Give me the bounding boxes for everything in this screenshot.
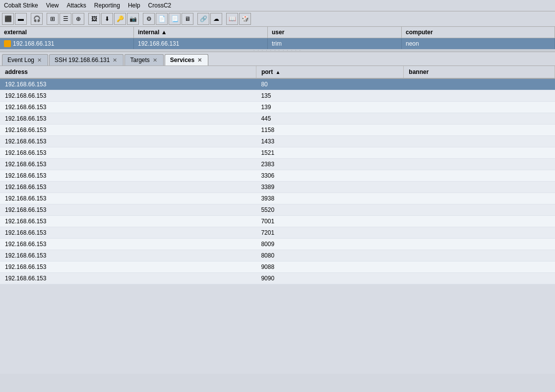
table-row[interactable]: 192.168.66.1535520: [0, 204, 555, 216]
cell-banner: [404, 227, 555, 239]
key-button[interactable]: 🔑: [114, 13, 126, 25]
table-row[interactable]: 192.168.66.153135: [0, 90, 555, 102]
tab-services-close[interactable]: ✕: [196, 57, 203, 64]
cell-banner: [404, 204, 555, 216]
cell-address: 192.168.66.153: [0, 182, 256, 193]
cell-port: 1158: [256, 125, 403, 136]
table-row[interactable]: 192.168.66.153445: [0, 113, 555, 125]
tab-services[interactable]: Services ✕: [165, 54, 208, 65]
cell-address: 192.168.66.153: [0, 216, 256, 227]
cell-address: 192.168.66.153: [0, 170, 256, 182]
gear-button[interactable]: ⚙: [143, 13, 155, 25]
tab-event-log-close[interactable]: ✕: [36, 57, 43, 64]
cell-banner: [404, 216, 555, 227]
table-row[interactable]: 192.168.66.1532383: [0, 159, 555, 170]
table-row[interactable]: 192.168.66.1531521: [0, 147, 555, 159]
tab-targets[interactable]: Targets ✕: [124, 54, 163, 65]
cell-address: 192.168.66.153: [0, 273, 256, 284]
col-internal[interactable]: internal ▲: [134, 27, 268, 38]
services-table: address port ▲ banner 192.168.66.1538019…: [0, 66, 555, 284]
tab-bar: Event Log ✕ SSH 192.168.66.131 ✕ Targets…: [0, 52, 555, 66]
table-row[interactable]: 192.168.66.1531158: [0, 125, 555, 136]
disconnect-button[interactable]: ▬: [15, 13, 27, 25]
cell-port: 3306: [256, 170, 403, 182]
cell-address: 192.168.66.153: [0, 159, 256, 170]
tab-targets-label: Targets: [130, 57, 149, 64]
table-row[interactable]: 192.168.66.15380: [0, 78, 555, 90]
col-external[interactable]: external: [0, 27, 134, 38]
cell-banner: [404, 102, 555, 113]
cell-address: 192.168.66.153: [0, 147, 256, 159]
copy-button[interactable]: 📄: [156, 13, 168, 25]
cell-banner: [404, 182, 555, 193]
image-button[interactable]: 🖼: [88, 13, 100, 25]
menu-attacks[interactable]: Attacks: [65, 1, 88, 10]
port-sort-arrow: ▲: [276, 69, 281, 75]
cell-banner: [404, 261, 555, 273]
col-banner[interactable]: banner: [404, 66, 555, 78]
cell-port: 8009: [256, 239, 403, 250]
download-button[interactable]: ⬇: [101, 13, 113, 25]
cell-banner: [404, 193, 555, 204]
cloud-button[interactable]: ☁: [210, 13, 222, 25]
tab-ssh-label: SSH 192.168.66.131: [55, 57, 110, 64]
tab-ssh-close[interactable]: ✕: [112, 57, 118, 64]
cell-banner: [404, 136, 555, 147]
cell-port: 2383: [256, 159, 403, 170]
table-row[interactable]: 192.168.66.153139: [0, 102, 555, 113]
cell-port: 7001: [256, 216, 403, 227]
target-button[interactable]: ⊕: [72, 13, 84, 25]
cell-address: 192.168.66.153: [0, 261, 256, 273]
table-row[interactable]: 192.168.66.1537001: [0, 216, 555, 227]
list-button[interactable]: ☰: [60, 13, 71, 25]
table-row[interactable]: 192.168.66.1533389: [0, 182, 555, 193]
table-row[interactable]: 192.168.66.1538009: [0, 239, 555, 250]
cell-banner: [404, 147, 555, 159]
col-user[interactable]: user: [268, 27, 402, 38]
session-external: 192.168.66.131: [0, 38, 134, 49]
toolbar: ⬛ ▬ 🎧 ⊞ ☰ ⊕ 🖼 ⬇ 🔑 📷 ⚙ 📄 📃 🖥 🔗 ☁ 📖 🎲: [0, 11, 555, 27]
file-button[interactable]: 📃: [169, 13, 181, 25]
book-button[interactable]: 📖: [226, 13, 238, 25]
screenshot-button[interactable]: 📷: [127, 13, 139, 25]
table-row[interactable]: 192.168.66.1539088: [0, 261, 555, 273]
tab-event-log-label: Event Log: [7, 57, 34, 64]
cell-port: 9090: [256, 273, 403, 284]
tab-event-log[interactable]: Event Log ✕: [2, 54, 48, 65]
link-button[interactable]: 🔗: [197, 13, 209, 25]
table-row[interactable]: 192.168.66.1539090: [0, 273, 555, 284]
table-row[interactable]: 192.168.66.1533306: [0, 170, 555, 182]
cell-address: 192.168.66.153: [0, 250, 256, 261]
cell-port: 139: [256, 102, 403, 113]
cell-address: 192.168.66.153: [0, 136, 256, 147]
col-port[interactable]: port ▲: [256, 66, 403, 78]
tab-ssh[interactable]: SSH 192.168.66.131 ✕: [49, 54, 123, 65]
headphones-button[interactable]: 🎧: [31, 13, 43, 25]
menu-view[interactable]: View: [44, 1, 61, 10]
session-internal: 192.168.66.131: [134, 38, 268, 49]
menu-cobalt-strike[interactable]: Cobalt Strike: [2, 1, 40, 10]
cell-banner: [404, 273, 555, 284]
table-row[interactable]: 192.168.66.1537201: [0, 227, 555, 239]
cube-button[interactable]: 🎲: [239, 13, 251, 25]
display-button[interactable]: 🖥: [182, 13, 193, 25]
cell-port: 9088: [256, 261, 403, 273]
tab-targets-close[interactable]: ✕: [152, 57, 158, 64]
session-row[interactable]: 192.168.66.131 192.168.66.131 trim neon: [0, 38, 555, 49]
table-row[interactable]: 192.168.66.1533938: [0, 193, 555, 204]
menu-help[interactable]: Help: [126, 1, 142, 10]
table-row[interactable]: 192.168.66.1538080: [0, 250, 555, 261]
cell-port: 8080: [256, 250, 403, 261]
cell-address: 192.168.66.153: [0, 90, 256, 102]
services-content: address port ▲ banner 192.168.66.1538019…: [0, 66, 555, 374]
col-address[interactable]: address: [0, 66, 256, 78]
cell-port: 1433: [256, 136, 403, 147]
services-table-header-row: address port ▲ banner: [0, 66, 555, 78]
new-connection-button[interactable]: ⬛: [2, 13, 14, 25]
table-row[interactable]: 192.168.66.1531433: [0, 136, 555, 147]
menu-reporting[interactable]: Reporting: [92, 1, 122, 10]
col-computer[interactable]: computer: [402, 27, 555, 38]
menu-crossc2[interactable]: CrossC2: [146, 1, 174, 10]
cell-port: 445: [256, 113, 403, 125]
grid-button[interactable]: ⊞: [47, 13, 59, 25]
